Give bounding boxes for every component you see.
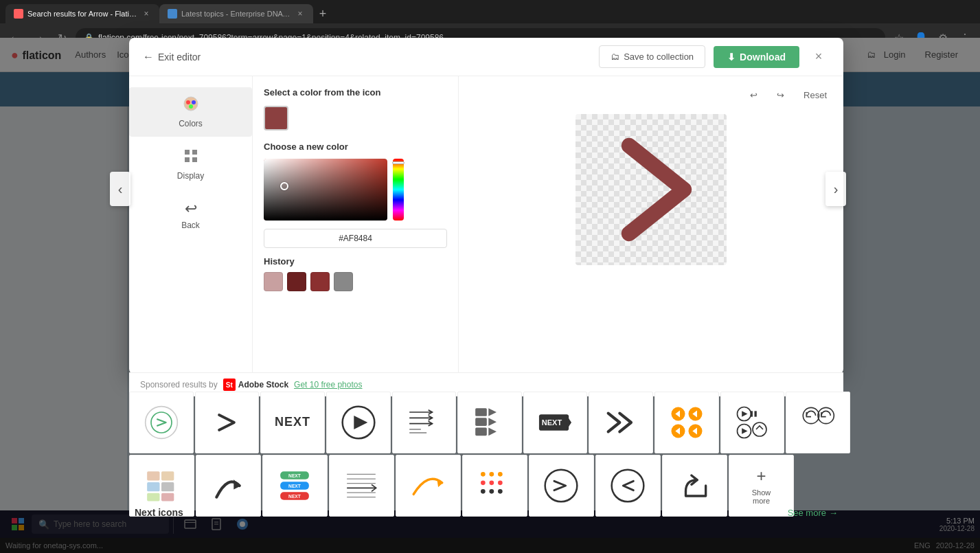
show-more-label: Showmore [752, 488, 771, 505]
icon-cell-inner-4 [333, 398, 383, 447]
svg-marker-18 [488, 408, 497, 416]
reset-label: Reset [804, 90, 827, 100]
icon-cell-1[interactable] [129, 392, 194, 453]
icon-cell-inner-18 [536, 462, 586, 510]
svg-point-66 [498, 480, 503, 485]
svg-point-41 [804, 407, 819, 423]
modal-close-button[interactable]: × [808, 46, 830, 68]
see-more-link[interactable]: See more → [788, 508, 838, 518]
history-title: History [264, 256, 447, 267]
icon-cell-8[interactable] [589, 392, 653, 453]
icon-cell-6[interactable] [457, 392, 522, 453]
icon-cell-11[interactable] [786, 392, 850, 453]
svg-rect-45 [148, 493, 160, 501]
tab-bar: Search results for Arrow - Flatico... × … [0, 0, 980, 23]
svg-rect-19 [475, 418, 487, 426]
colors-tool-icon [183, 95, 199, 116]
gradient-black-overlay [264, 159, 387, 221]
icon-cell-inner-11 [793, 398, 843, 447]
undo-preview-button[interactable]: ↩ [744, 87, 763, 103]
next-icon-button[interactable]: › [825, 172, 846, 206]
selected-color-swatch[interactable] [264, 106, 288, 131]
svg-point-1 [186, 100, 190, 104]
svg-point-64 [481, 480, 486, 485]
icon-cell-10[interactable] [720, 392, 785, 453]
redo-preview-button[interactable]: ↪ [771, 87, 790, 103]
svg-marker-35 [742, 411, 747, 416]
sidebar-tool-display[interactable]: Display [129, 139, 252, 189]
icon-cell-inner-2 [202, 398, 252, 447]
modal-header-right: 🗂 Save to collection ⬇ Download × [599, 45, 830, 68]
icon-cell-inner-8 [596, 398, 646, 447]
hex-input[interactable] [264, 229, 447, 248]
sidebar-tool-colors[interactable]: Colors [129, 87, 252, 137]
svg-point-62 [490, 472, 494, 477]
history-swatch-2[interactable] [287, 272, 306, 291]
sidebar-tool-back[interactable]: ↩ Back [129, 192, 252, 238]
icon-cell-9[interactable] [654, 392, 719, 453]
icon-editor-modal: ← Exit editor 🗂 Save to collection ⬇ Dow… [129, 38, 843, 374]
svg-point-70 [545, 470, 578, 502]
preview-area: ↩ ↪ Reset [459, 76, 843, 374]
history-swatch-1[interactable] [264, 272, 283, 291]
color-picker-row [264, 159, 447, 223]
tab-favicon-2 [168, 9, 177, 19]
svg-text:NEXT: NEXT [289, 484, 301, 488]
show-more-plus-icon: + [756, 466, 766, 486]
new-tab-button[interactable]: + [313, 4, 332, 23]
icon-cell-inner-15 [336, 462, 387, 510]
svg-marker-11 [354, 416, 367, 429]
svg-rect-21 [475, 427, 487, 436]
see-more-text: See more [788, 508, 826, 518]
sponsored-text: Sponsored results by [140, 380, 218, 390]
tab-close-2[interactable]: × [295, 9, 305, 19]
icon-cell-2[interactable] [195, 392, 260, 453]
prev-icon-button[interactable]: ‹ [110, 172, 130, 206]
icon-cell-3[interactable]: NEXT [260, 392, 325, 453]
svg-marker-22 [488, 427, 497, 436]
svg-text:NEXT: NEXT [289, 494, 301, 499]
svg-rect-44 [148, 482, 160, 491]
icon-cell-inner-9 [661, 398, 711, 447]
undo-icon: ↩ [750, 90, 757, 100]
svg-point-42 [818, 407, 834, 423]
svg-rect-17 [475, 408, 487, 416]
svg-point-9 [151, 412, 172, 433]
tab-inactive[interactable]: Latest topics - Enterprise DNA Fo... × [159, 4, 313, 23]
icon-cell-inner-19 [602, 462, 653, 510]
svg-point-61 [481, 472, 486, 477]
svg-marker-20 [488, 418, 497, 426]
history-swatch-4[interactable] [334, 272, 353, 291]
icon-cell-inner-14: NEXT NEXT NEXT [269, 462, 320, 510]
svg-rect-48 [161, 493, 174, 501]
svg-rect-4 [185, 150, 190, 155]
reset-button[interactable]: Reset [798, 87, 832, 103]
svg-point-8 [145, 407, 177, 439]
hue-slider[interactable] [393, 159, 404, 221]
icon-cell-inner-12 [136, 462, 187, 510]
next-icons-bar: Next icons See more → [129, 507, 843, 518]
svg-rect-7 [192, 157, 197, 162]
icon-cell-4[interactable] [326, 392, 391, 453]
tab-active[interactable]: Search results for Arrow - Flatico... × [5, 4, 159, 23]
gradient-picker-inner[interactable] [264, 159, 387, 221]
save-to-collection-button[interactable]: 🗂 Save to collection [599, 45, 705, 68]
svg-rect-37 [754, 411, 756, 416]
exit-editor-label: Exit editor [158, 52, 201, 63]
svg-text:NEXT: NEXT [542, 418, 562, 427]
gradient-picker[interactable] [264, 159, 387, 221]
icon-grid-section: NEXT [129, 392, 850, 518]
history-swatch-3[interactable] [310, 272, 330, 291]
icon-cell-5[interactable] [392, 392, 457, 453]
svg-point-67 [481, 489, 486, 494]
exit-editor-button[interactable]: ← Exit editor [143, 51, 201, 63]
tab-close-1[interactable]: × [141, 9, 151, 19]
history-swatches [264, 272, 447, 291]
free-photos-link[interactable]: Get 10 free photos [294, 380, 362, 390]
svg-point-63 [498, 472, 503, 477]
icon-cell-7[interactable]: NEXT [523, 392, 588, 453]
preview-canvas [576, 114, 727, 265]
icon-cell-inner-10 [727, 398, 777, 447]
download-button[interactable]: ⬇ Download [714, 46, 799, 68]
svg-point-68 [490, 489, 494, 494]
